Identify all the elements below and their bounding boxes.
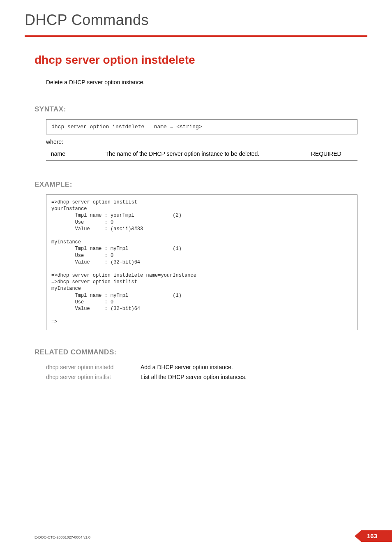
command-intro: Delete a DHCP server option instance. [46,79,357,86]
related-name: dhcp server option instadd [46,362,141,372]
param-desc: The name of the DHCP server option insta… [102,147,307,161]
page-number-tab: 163 [355,530,392,542]
table-row: dhcp server option instlist List all the… [46,372,250,382]
page-footer: E-DOC-CTC-20061027-0004 v1.0 163 [35,530,367,542]
related-desc: Add a DHCP server option instance. [141,362,250,372]
related-heading: RELATED COMMANDS: [35,348,357,356]
table-row: dhcp server option instadd Add a DHCP se… [46,362,250,372]
page-category: DHCP Commands [25,12,367,29]
page-content: dhcp server option instdelete Delete a D… [0,37,392,382]
syntax-heading: SYNTAX: [35,105,357,113]
doc-id: E-DOC-CTC-20061027-0004 v1.0 [35,535,90,539]
example-box: =>dhcp server option instlist yourInstan… [46,194,357,330]
table-row: name The name of the DHCP server option … [46,147,357,161]
command-title: dhcp server option instdelete [35,53,357,67]
where-label: where: [46,139,357,145]
page-number: 163 [361,530,392,542]
page-header: DHCP Commands [0,0,392,33]
syntax-box: dhcp server option instdelete name = <st… [46,119,357,134]
params-table: name The name of the DHCP server option … [46,147,357,161]
related-table: dhcp server option instadd Add a DHCP se… [46,362,250,382]
param-name: name [46,147,102,161]
tab-triangle [355,530,361,542]
example-heading: EXAMPLE: [35,180,357,189]
related-desc: List all the DHCP server option instance… [141,372,250,382]
param-req: REQUIRED [308,147,357,161]
related-name: dhcp server option instlist [46,372,141,382]
